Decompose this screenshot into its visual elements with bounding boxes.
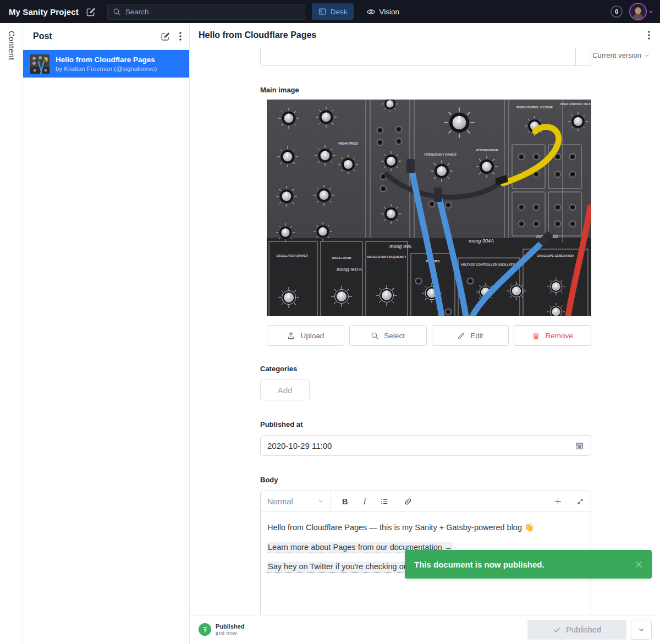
post-item-text: Hello from Cloudflare Pages by Kristian … bbox=[56, 56, 157, 73]
photo-label: ENVELOPE GENERATOR bbox=[537, 254, 574, 257]
list-pane-header: Post bbox=[23, 23, 189, 50]
edit-label: Edit bbox=[470, 332, 483, 340]
version-label: Current version bbox=[592, 51, 641, 59]
link-icon[interactable] bbox=[404, 497, 413, 506]
main-image-label: Main image bbox=[260, 86, 591, 94]
list-menu-button[interactable] bbox=[179, 32, 182, 41]
publish-button-label: Published bbox=[566, 625, 601, 634]
document-list-pane: Post Hello from Cloudflare Pages by Kris bbox=[23, 23, 190, 644]
published-at-input[interactable]: 2020-10-29 11:00 bbox=[260, 435, 591, 456]
eye-icon bbox=[366, 7, 376, 16]
photo-label: OSCILLATOR bbox=[332, 256, 351, 260]
chevron-down-icon bbox=[638, 626, 645, 633]
slug-field-partial[interactable] bbox=[260, 47, 591, 66]
upload-button[interactable]: Upload bbox=[267, 325, 344, 346]
desk-icon bbox=[318, 7, 327, 16]
expand-editor-button[interactable] bbox=[569, 491, 591, 511]
photo-label: OSCILLATOR DRIVER bbox=[276, 254, 308, 257]
remove-button[interactable]: Remove bbox=[514, 325, 591, 346]
select-button[interactable]: Select bbox=[349, 325, 427, 346]
italic-button[interactable]: i bbox=[362, 497, 365, 507]
top-navbar: My Sanity Project Desk Vision 0 bbox=[0, 0, 660, 23]
photo-brand: moog 995 bbox=[389, 244, 412, 249]
publish-toast: This document is now published. bbox=[405, 550, 652, 579]
publish-status-time: just now bbox=[216, 630, 245, 636]
version-selector[interactable]: Current version bbox=[592, 51, 650, 59]
tab-vision-label: Vision bbox=[380, 8, 400, 16]
edit-button[interactable]: Edit bbox=[432, 325, 509, 346]
search-icon bbox=[113, 8, 121, 16]
add-category-button[interactable]: Add bbox=[260, 379, 310, 400]
published-at-value: 2020-10-29 11:00 bbox=[267, 441, 575, 450]
publish-menu-button[interactable] bbox=[631, 620, 652, 640]
photo-label: HIGH PASS bbox=[338, 141, 358, 145]
content-rail[interactable]: Content bbox=[0, 23, 23, 644]
bold-button[interactable]: B bbox=[342, 497, 348, 506]
text-style-select[interactable]: Normal bbox=[261, 491, 331, 511]
photo-label: FIXED CONTROL VOLTAGE bbox=[560, 102, 591, 106]
image-actions: Upload Select Edit bbox=[267, 325, 591, 346]
calendar-icon[interactable] bbox=[575, 441, 584, 450]
document-title: Hello from Cloudflare Pages bbox=[199, 30, 316, 40]
sanity-studio: My Sanity Project Desk Vision 0 bbox=[0, 0, 660, 644]
chevron-down-icon bbox=[644, 53, 650, 58]
hints-badge[interactable]: 0 bbox=[610, 5, 623, 18]
post-item-title: Hello from Cloudflare Pages bbox=[56, 56, 157, 65]
project-title: My Sanity Project bbox=[9, 7, 79, 16]
post-thumbnail bbox=[30, 54, 50, 74]
bullet-list-icon[interactable] bbox=[380, 497, 389, 506]
published-icon bbox=[199, 623, 211, 636]
photo-label: FIXED CONTROL VOLTAGE bbox=[516, 106, 553, 109]
avatar bbox=[629, 3, 647, 20]
new-post-button[interactable] bbox=[161, 31, 170, 41]
select-label: Select bbox=[384, 332, 405, 340]
list-pane-title: Post bbox=[33, 31, 52, 41]
pencil-icon bbox=[457, 332, 465, 340]
main-image-preview[interactable]: HIGH PASS bbox=[267, 100, 591, 316]
remove-label: Remove bbox=[545, 332, 573, 340]
list-item-post[interactable]: Hello from Cloudflare Pages by Kristian … bbox=[23, 50, 189, 78]
editor-toolbar: Normal B i bbox=[261, 491, 591, 512]
photo-label: OSCILLATOR FREQUENCY bbox=[367, 255, 406, 258]
chevron-down-icon bbox=[318, 498, 324, 504]
text-style-value: Normal bbox=[267, 497, 293, 506]
expand-icon bbox=[576, 498, 584, 505]
tab-desk[interactable]: Desk bbox=[312, 3, 354, 20]
user-menu[interactable] bbox=[629, 3, 653, 20]
search-bar[interactable] bbox=[107, 4, 305, 20]
document-header: Hello from Cloudflare Pages bbox=[190, 23, 660, 47]
new-document-button[interactable] bbox=[82, 3, 101, 20]
body-label: Body bbox=[260, 476, 591, 484]
upload-label: Upload bbox=[300, 332, 324, 340]
tab-desk-label: Desk bbox=[331, 8, 348, 16]
document-pane: Hello from Cloudflare Pages Current vers… bbox=[190, 23, 660, 644]
publish-button[interactable]: Published bbox=[527, 620, 626, 640]
photo-brand: moog 904A bbox=[469, 238, 494, 244]
document-menu-button[interactable] bbox=[648, 31, 650, 40]
rail-label: Content bbox=[7, 31, 16, 644]
search-icon bbox=[371, 332, 379, 340]
photo-label: ATTENUATION bbox=[476, 148, 498, 152]
check-icon bbox=[553, 626, 561, 634]
body-paragraph: Hello from Cloudflare Pages — this is my… bbox=[267, 522, 584, 533]
photo-label: VOLTAGE CONTROLLED OSCILLATOR bbox=[461, 263, 517, 266]
document-form: Current version Main image bbox=[190, 47, 660, 615]
close-icon[interactable] bbox=[634, 559, 644, 570]
tab-vision[interactable]: Vision bbox=[360, 3, 406, 20]
photo-label: FREQUENCY RANGE bbox=[425, 153, 457, 156]
plus-icon bbox=[554, 497, 562, 505]
publish-status-title: Published bbox=[216, 623, 245, 630]
publish-status[interactable]: Published just now bbox=[199, 623, 245, 637]
categories-label: Categories bbox=[260, 365, 591, 373]
photo-brand: moog 907A bbox=[337, 267, 362, 272]
upload-icon bbox=[287, 331, 295, 340]
search-input[interactable] bbox=[125, 8, 300, 16]
navbar-right: 0 bbox=[610, 3, 653, 20]
post-item-subtitle: by Kristian Freeman (@signalnerve) bbox=[56, 65, 157, 72]
trash-icon bbox=[532, 332, 540, 340]
toast-message: This document is now published. bbox=[414, 560, 634, 569]
insert-block-button[interactable] bbox=[547, 491, 569, 511]
chevron-down-icon bbox=[648, 9, 653, 14]
published-at-label: Published at bbox=[260, 420, 591, 428]
document-footer: Published just now Published bbox=[190, 615, 660, 644]
